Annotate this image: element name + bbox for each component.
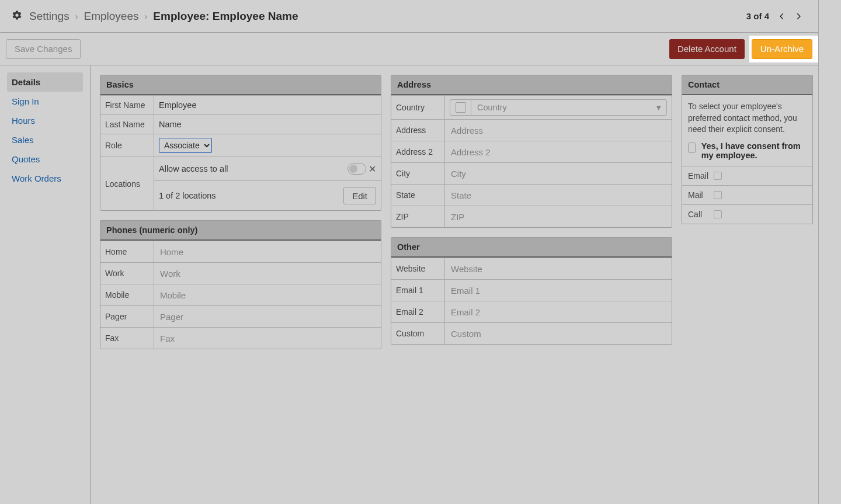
zip-label: ZIP (391, 206, 445, 227)
delete-account-button[interactable]: Delete Account (669, 39, 745, 59)
last-name-label: Last Name (100, 115, 154, 134)
address2-label: Address 2 (391, 141, 445, 162)
phone-work-label: Work (100, 263, 154, 284)
sidebar-item-sign-in[interactable]: Sign In (7, 92, 83, 111)
phones-title: Phones (numeric only) (100, 221, 381, 241)
city-label: City (391, 163, 445, 184)
first-name-label: First Name (100, 96, 154, 114)
sidebar-item-details[interactable]: Details (7, 72, 83, 92)
contact-email-label: Email (688, 171, 714, 180)
sidebar-item-sales[interactable]: Sales (7, 130, 83, 150)
address2-input[interactable] (450, 145, 667, 159)
state-input[interactable] (450, 188, 667, 202)
edit-locations-button[interactable]: Edit (343, 187, 376, 204)
breadcrumb-employees[interactable]: Employees (84, 10, 139, 23)
custom-input[interactable] (450, 326, 667, 340)
phones-panel: Phones (numeric only) Home Work Mobile (100, 220, 381, 349)
breadcrumb-settings[interactable]: Settings (29, 10, 69, 23)
contact-mail-label: Mail (688, 190, 714, 200)
zip-input[interactable] (450, 210, 667, 224)
basics-panel: Basics First Name Employee Last Name Nam… (100, 75, 381, 211)
address-panel: Address Country Country ▾ Address (391, 75, 672, 228)
phone-mobile-label: Mobile (100, 284, 154, 305)
country-placeholder: Country (471, 103, 651, 112)
consent-checkbox[interactable] (688, 142, 696, 153)
flag-icon (456, 102, 466, 113)
consent-label: Yes, I have consent from my employee. (701, 141, 807, 160)
basics-title: Basics (100, 75, 381, 95)
last-name-value[interactable]: Name (154, 115, 381, 134)
address-label: Address (391, 120, 445, 141)
email1-input[interactable] (450, 283, 667, 297)
sidebar-item-hours[interactable]: Hours (7, 111, 83, 130)
other-title: Other (391, 238, 672, 258)
chevron-down-icon: ▾ (651, 103, 666, 112)
first-name-value[interactable]: Employee (154, 96, 381, 114)
phone-home-input[interactable] (159, 245, 376, 259)
role-select[interactable]: Associate (159, 138, 212, 153)
email2-input[interactable] (450, 305, 667, 319)
phone-fax-input[interactable] (159, 331, 376, 345)
chevron-right-icon: › (75, 12, 78, 21)
topbar: Settings › Employees › Employee: Employe… (0, 0, 818, 33)
phone-work-input[interactable] (159, 266, 376, 280)
pager-text: 3 of 4 (746, 11, 769, 21)
gear-icon[interactable] (12, 10, 29, 22)
locations-summary: 1 of 2 locations (159, 191, 216, 200)
allow-access-label: Allow access to all (159, 164, 228, 173)
save-button: Save Changes (6, 39, 81, 59)
contact-explain: To select your employee's preferred cont… (682, 95, 812, 135)
pager-prev-button[interactable] (774, 8, 790, 25)
contact-title: Contact (682, 75, 812, 95)
actionbar: Save Changes Delete Account Un-Archive (0, 33, 818, 65)
pager-next-button[interactable] (790, 8, 807, 25)
address-input[interactable] (450, 123, 667, 137)
email1-label: Email 1 (391, 280, 445, 301)
breadcrumb-current: Employee: Employee Name (153, 10, 298, 23)
country-label: Country (391, 96, 445, 119)
other-panel: Other Website Email 1 Email 2 Custom (391, 237, 672, 345)
address-title: Address (391, 75, 672, 95)
sidebar-item-work-orders[interactable]: Work Orders (7, 169, 83, 188)
phone-pager-label: Pager (100, 306, 154, 327)
state-label: State (391, 185, 445, 206)
contact-call-checkbox[interactable] (714, 210, 722, 218)
website-input[interactable] (450, 262, 667, 276)
phone-pager-input[interactable] (159, 310, 376, 324)
phone-home-label: Home (100, 241, 154, 262)
sidebar: Details Sign In Hours Sales Quotes Work … (0, 65, 91, 504)
country-select[interactable]: Country ▾ (450, 99, 667, 116)
website-label: Website (391, 258, 445, 279)
locations-label: Locations (100, 157, 154, 210)
contact-panel: Contact To select your employee's prefer… (682, 75, 813, 224)
role-label: Role (100, 134, 154, 157)
allow-access-toggle[interactable] (347, 163, 366, 175)
phone-fax-label: Fax (100, 328, 154, 349)
phone-mobile-input[interactable] (159, 288, 376, 302)
city-input[interactable] (450, 166, 667, 180)
chevron-right-icon: › (145, 12, 148, 21)
unarchive-button[interactable]: Un-Archive (752, 39, 812, 59)
custom-label: Custom (391, 323, 445, 344)
contact-call-label: Call (688, 210, 714, 219)
close-icon: ✕ (369, 164, 376, 175)
email2-label: Email 2 (391, 301, 445, 322)
contact-mail-checkbox[interactable] (714, 191, 722, 199)
contact-email-checkbox[interactable] (714, 172, 722, 180)
sidebar-item-quotes[interactable]: Quotes (7, 150, 83, 169)
